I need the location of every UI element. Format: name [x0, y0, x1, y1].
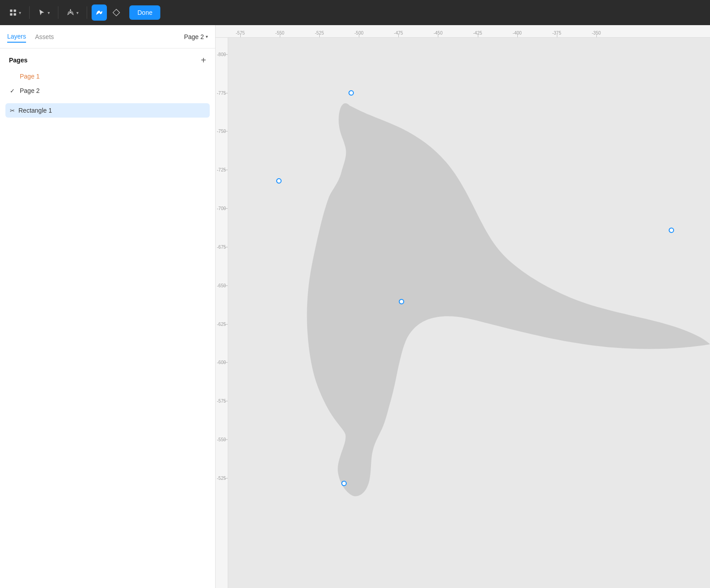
pen-tool-icon: [66, 9, 75, 17]
curve-tool-button[interactable]: [92, 4, 107, 21]
layer-icon-scissors: ✂: [10, 107, 15, 114]
page-selector[interactable]: Page 2 ▾: [184, 33, 208, 40]
pages-section-header: Pages +: [0, 48, 215, 69]
anchor-point-4[interactable]: [669, 228, 674, 233]
sidebar-tabs: Layers Assets Page 2 ▾: [0, 25, 215, 48]
canvas-svg: [228, 38, 710, 588]
page2-check: ✓: [10, 88, 16, 94]
shape-tool-button[interactable]: [109, 4, 124, 21]
pages-title: Pages: [9, 57, 27, 64]
separator-1: [29, 6, 30, 19]
svg-rect-1: [14, 9, 16, 12]
separator-3: [87, 6, 87, 19]
pen-button[interactable]: ▾: [63, 4, 82, 21]
tool-group-components: ▾: [5, 4, 25, 21]
sidebar: Layers Assets Page 2 ▾ Pages + Page 1 ✓ …: [0, 25, 216, 588]
done-button[interactable]: Done: [129, 5, 160, 20]
layer-item-rectangle1[interactable]: ✂ Rectangle 1: [5, 103, 210, 118]
anchor-point-2[interactable]: [276, 178, 282, 184]
svg-rect-3: [14, 13, 16, 16]
components-caret: ▾: [19, 10, 21, 15]
pointer-button[interactable]: ▾: [34, 4, 53, 21]
done-button-wrapper: Done: [129, 5, 160, 20]
pointer-caret: ▾: [48, 10, 50, 15]
tab-layers[interactable]: Layers: [7, 31, 26, 43]
curve-icon: [95, 9, 103, 17]
tab-assets[interactable]: Assets: [35, 31, 54, 42]
ruler-top: -575 -550 -525 -500 -475 -450 -425 -400 …: [216, 25, 710, 38]
canvas-viewport[interactable]: [228, 38, 710, 588]
svg-marker-4: [113, 9, 120, 16]
page-list: Page 1 ✓ Page 2: [0, 69, 215, 98]
svg-rect-0: [10, 9, 12, 12]
pen-caret: ▾: [76, 10, 79, 15]
canvas-area: -575 -550 -525 -500 -475 -450 -425 -400 …: [216, 25, 710, 588]
grid-icon: [9, 9, 17, 17]
separator-2: [58, 6, 58, 19]
tool-group-pen: ▾: [63, 4, 82, 21]
page1-label: Page 1: [20, 73, 40, 80]
page-item-page2[interactable]: ✓ Page 2: [5, 83, 210, 98]
components-button[interactable]: ▾: [5, 4, 25, 21]
diamond-icon: [112, 9, 120, 17]
page2-label: Page 2: [20, 87, 40, 94]
anchor-point-3[interactable]: [399, 299, 404, 304]
anchor-point-1[interactable]: [348, 90, 354, 96]
anchor-point-5[interactable]: [341, 481, 347, 486]
pointer-icon: [38, 9, 46, 17]
toolbar: ▾ ▾ ▾ Done: [0, 0, 710, 25]
layers-section: ✂ Rectangle 1: [0, 103, 215, 118]
svg-rect-2: [10, 13, 12, 16]
main-area: Layers Assets Page 2 ▾ Pages + Page 1 ✓ …: [0, 25, 710, 588]
add-page-button[interactable]: +: [201, 56, 206, 65]
ruler-left: -800 -775 -750 -725 -700 -675 -650 -625 …: [216, 38, 228, 588]
ruler-top-inner: -575 -550 -525 -500 -475 -450 -425 -400 …: [216, 25, 710, 37]
current-page-label: Page 2: [184, 33, 204, 40]
canvas-with-ruler: -800 -775 -750 -725 -700 -675 -650 -625 …: [216, 38, 710, 588]
layer-label: Rectangle 1: [18, 107, 52, 114]
page-selector-caret: ▾: [206, 34, 208, 39]
page-item-page1[interactable]: Page 1: [5, 69, 210, 83]
tool-group-pointer: ▾: [34, 4, 53, 21]
